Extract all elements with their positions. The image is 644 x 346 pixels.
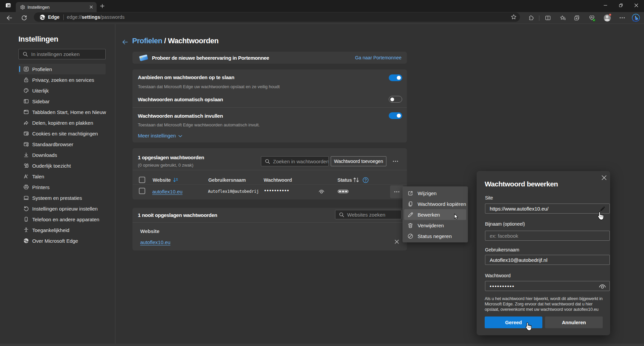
settings-more-icon[interactable] [616,13,628,23]
close-button[interactable] [629,0,644,10]
site-input[interactable]: https://www.autoflex10.eu/ [485,204,610,214]
saved-more-icon[interactable] [391,158,399,164]
sidebar-item-profiles[interactable]: Profielen [18,64,106,74]
menu-item-open-external[interactable]: Wijzigen [404,188,466,198]
sidebar-item-sidebar[interactable]: Sidebar [18,96,106,107]
tab-actions-icon[interactable] [5,3,11,7]
banner-text: Probeer de nieuwe beheerervaring in Port… [152,55,269,61]
wallet-icon [139,54,149,61]
new-tab-button[interactable] [99,3,105,9]
dialog-title: Wachtwoord bewerken [485,180,558,188]
reset-icon [23,206,29,211]
menu-item-copy[interactable]: Wachtwoord kopiëren [404,198,466,209]
nickname-input[interactable]: ex: facebook [485,231,610,241]
accessibility-icon [23,227,29,233]
sidebar-item-label: Printers [32,184,50,190]
reveal-password-icon[interactable] [599,284,606,289]
username-label: Gebruikersnaam [485,247,519,252]
sidebar-item-edge[interactable]: Over Microsoft Edge [18,235,106,246]
add-password-button[interactable]: Wachtwoord toevoegen [331,156,386,166]
column-password[interactable]: Wachtwoord [264,177,292,183]
saved-passwords-card: 1 opgeslagen wachtwoorden (0 opnieuw geb… [132,148,407,199]
more-settings-link[interactable]: Meer instellingen [138,133,182,138]
never-website-link[interactable]: autoflex10.eu [140,239,170,245]
system-icon [23,195,29,200]
card-divider [132,107,407,108]
row-password-masked: •••••••••• [264,188,289,193]
sidebar-item-downloads[interactable]: Downloads [18,150,106,160]
column-username[interactable]: Gebruikersnaam [208,177,246,183]
sidebar-item-tabs[interactable]: Tabbladen Start, Home en Nieuw [18,107,106,117]
sidebar-item-appearance[interactable]: Uiterlijk [18,85,106,96]
banner-link[interactable]: Ga naar Portemonnee [355,55,401,60]
breadcrumb-parent[interactable]: Profielen [132,37,162,45]
row-username: Autoflex10@autobedrij [208,189,259,194]
sidebar-item-label: Privacy, zoeken en services [32,77,94,83]
column-website[interactable]: Website [153,177,171,183]
row-more-button[interactable] [390,185,404,198]
favorites-icon[interactable] [557,13,569,23]
done-button[interactable]: Gereed [485,316,542,328]
sidebar-item-cookies[interactable]: Cookies en site machtigingen [18,128,106,139]
sidebar-item-accessibility[interactable]: Toegankelijkheid [18,225,106,235]
sort-updown-icon[interactable] [353,177,360,183]
sidebar-item-system[interactable]: Systeem en prestaties [18,192,106,203]
sidebar-item-languages[interactable]: Talen [18,171,106,182]
username-input[interactable]: Autoflex10@autobedrijf.nl [485,255,610,265]
show-password-icon[interactable] [317,188,326,195]
minimize-button[interactable] [598,0,613,10]
privacy-icon [23,77,29,82]
cancel-button[interactable]: Annuleren [545,316,603,328]
remove-never-saved-icon[interactable] [392,237,401,246]
column-status[interactable]: Status [337,177,352,183]
select-all-checkbox[interactable] [139,177,145,183]
passwords-search-input[interactable]: Zoeken in wachtwoorden [261,156,329,166]
copilot-icon[interactable] [630,13,642,23]
menu-item-trash[interactable]: Verwijderen [404,220,466,231]
menu-item-label: Bewerken [418,212,440,218]
menu-item-label: Status negeren [418,233,452,239]
row-checkbox[interactable] [139,188,145,194]
browser-essentials-icon[interactable] [586,13,597,23]
help-icon[interactable] [363,177,369,183]
sort-descending-icon[interactable] [173,177,178,183]
sidebar-item-reset[interactable]: Instellingen opnieuw instellen [18,203,106,214]
sidebar-item-label: Systeem en prestaties [32,195,82,201]
sidebar-item-printers[interactable]: Printers [18,182,106,192]
breadcrumb: Profielen / Wachtwoorden [132,37,218,45]
extensions-icon[interactable] [525,13,537,23]
sidebar-item-defaultbrowser[interactable]: Standaardbrowser [18,139,106,150]
sidebar-item-share[interactable]: Delen, kopiëren en plakken [18,117,106,128]
edit-site-icon[interactable] [600,206,605,212]
row-website-link[interactable]: autoflex10.eu [152,189,182,194]
menu-item-block[interactable]: Status negeren [404,231,466,241]
profiles-icon [23,66,29,72]
sidebar-title: Instellingen [18,35,58,44]
menu-item-pencil[interactable]: Bewerken [404,209,466,220]
edge-icon [23,238,29,243]
toggle1-switch[interactable] [389,74,402,81]
collections-icon[interactable] [571,13,582,23]
password-input[interactable]: •••••••••• [485,281,610,291]
sidebar-search-input[interactable]: In instellingen zoeken [18,49,106,59]
toggle3-title: Wachtwoorden automatisch invullen [138,113,223,119]
websites-search-input[interactable]: Websites zoeken [335,210,401,219]
dialog-close-icon[interactable] [600,174,608,181]
sidebar-item-family[interactable]: Ouderlijk toezicht [18,160,106,171]
block-icon [408,233,413,239]
settings-back-icon[interactable] [121,38,128,46]
split-screen-icon[interactable] [542,13,553,23]
sidebar-item-phone[interactable]: Telefoon en andere apparaten [18,214,106,225]
sidebar-item-label: Toegankelijkheid [32,227,69,233]
tab-instellingen[interactable]: Instellingen [16,2,97,12]
tab-close-icon[interactable] [89,4,94,10]
profile-avatar[interactable] [601,13,613,23]
appearance-icon [23,88,29,93]
row-context-menu: Wijzigen Wachtwoord kopiëren Bewerken Ve… [402,186,468,242]
websites-search-placeholder: Websites zoeken [347,212,385,218]
toggle3-switch[interactable] [389,112,402,119]
sidebar-item-privacy[interactable]: Privacy, zoeken en services [18,74,106,85]
defaultbrowser-icon [23,141,29,147]
restore-button[interactable] [613,0,629,10]
toggle2-switch[interactable] [389,96,402,103]
